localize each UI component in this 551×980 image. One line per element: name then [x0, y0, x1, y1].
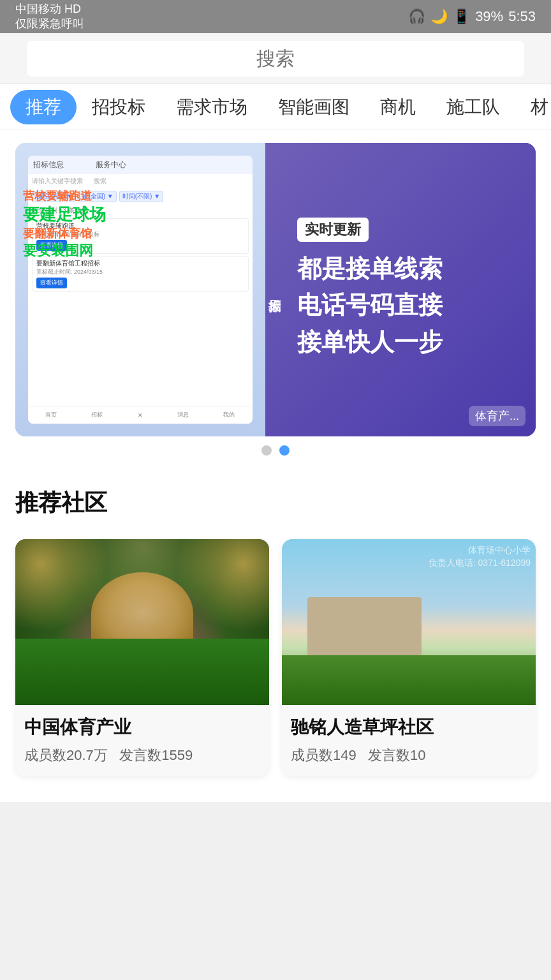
search-bar — [0, 33, 551, 84]
community-stats-2: 成员数149 发言数10 — [291, 746, 527, 765]
tab-market[interactable]: 需求市场 — [161, 90, 263, 124]
app-item-2: 要翻新体育馆工程招标 竞标截止时间: 2024/03/15 查看详情 — [32, 256, 249, 292]
time-display: 5:53 — [508, 8, 536, 25]
status-right: 🎧 🌙 📱 39% 5:53 — [408, 8, 536, 25]
banner-tag: 实时更新 — [297, 218, 369, 242]
community-stats-1: 成员数20.7万 发言数1559 — [24, 746, 260, 765]
carrier-name: 中国移动 HD — [15, 2, 84, 17]
tab-bidding[interactable]: 招投标 — [77, 90, 161, 124]
stadium-lights — [15, 539, 269, 705]
section-title-wrap: 推荐社区 — [0, 468, 551, 529]
banner-title-1: 都是接单线索 — [297, 252, 523, 286]
banner-title-3: 接单快人一步 — [297, 325, 523, 359]
app-bottom-nav: 首页招标✕消息我的 — [28, 406, 253, 424]
community-card-1[interactable]: 中国体育产业 成员数20.7万 发言数1559 — [15, 539, 269, 776]
dot-2[interactable] — [279, 445, 290, 456]
moon-icon: 🌙 — [430, 8, 448, 25]
banner-carousel[interactable]: 招标信息 服务中心 请输入关键字搜索 搜索 地区(全国) ▼ 省(全国) ▼ 时… — [15, 143, 536, 436]
tab-business[interactable]: 商机 — [365, 90, 431, 124]
community-name-2: 驰铭人造草坪社区 — [291, 715, 527, 739]
community-image-2: 体育场中心小学负责人电话: 0371-612099 — [282, 539, 536, 705]
posts-1: 发言数1559 — [119, 747, 193, 763]
banner-container: 招标信息 服务中心 请输入关键字搜索 搜索 地区(全国) ▼ 省(全国) ▼ 时… — [0, 130, 551, 468]
members-2: 成员数149 — [291, 747, 356, 763]
community-name-1: 中国体育产业 — [24, 715, 260, 739]
dot-1[interactable] — [261, 445, 272, 456]
community-grid: 中国体育产业 成员数20.7万 发言数1559 体育场中心小学负责人电话: 03… — [0, 529, 551, 802]
headphone-icon: 🎧 — [408, 8, 425, 25]
search-input[interactable] — [27, 41, 524, 77]
tab-recommend[interactable]: 推荐 — [10, 90, 77, 124]
community-image-1 — [15, 539, 269, 705]
battery-icon: 📱 — [453, 8, 470, 25]
community-info-1: 中国体育产业 成员数20.7万 发言数1559 — [15, 705, 269, 776]
tab-material[interactable]: 材 — [515, 90, 551, 124]
nav-tabs: 推荐 招投标 需求市场 智能画图 商机 施工队 材 — [0, 84, 551, 130]
app-screenshot: 招标信息 服务中心 请输入关键字搜索 搜索 地区(全国) ▼ 省(全国) ▼ 时… — [28, 156, 253, 424]
battery-level: 39% — [475, 8, 503, 25]
banner-dots — [15, 445, 536, 456]
app-count: 为您找到 13 条信息 — [28, 205, 253, 216]
ground-watermark: 体育场中心小学负责人电话: 0371-612099 — [429, 544, 531, 569]
tab-team[interactable]: 施工队 — [431, 90, 515, 124]
posts-2: 发言数10 — [368, 747, 425, 763]
community-card-2[interactable]: 体育场中心小学负责人电话: 0371-612099 驰铭人造草坪社区 成员数14… — [282, 539, 536, 776]
app-header: 招标信息 服务中心 — [28, 156, 253, 174]
banner-sub-tag: 体育产... — [469, 406, 525, 426]
status-bar: 中国移动 HD 仅限紧急呼叫 🎧 🌙 📱 39% 5:53 — [0, 0, 551, 33]
banner-left: 招标信息 服务中心 请输入关键字搜索 搜索 地区(全国) ▼ 省(全国) ▼ 时… — [15, 143, 265, 436]
carrier-sub: 仅限紧急呼叫 — [15, 17, 84, 31]
tab-draw[interactable]: 智能画图 — [263, 90, 365, 124]
members-1: 成员数20.7万 — [24, 747, 108, 763]
banner-right: 天天刷招投标 实时更新 都是接单线索 电话号码直接 接单快人一步 体育产... — [265, 143, 536, 436]
section-title: 推荐社区 — [15, 487, 536, 519]
community-info-2: 驰铭人造草坪社区 成员数149 发言数10 — [282, 705, 536, 776]
carrier-info: 中国移动 HD 仅限紧急呼叫 — [15, 2, 84, 32]
app-filter-row: 地区(全国) ▼ 省(全国) ▼ 时间(不限) ▼ — [28, 188, 253, 205]
banner-title-2: 电话号码直接 — [297, 288, 523, 322]
app-item-1: 营校要辅跑道 某某体育场馆项目招投标 查看详情 — [32, 218, 249, 254]
banner-vertical-text: 天天刷招投标 — [267, 143, 284, 436]
